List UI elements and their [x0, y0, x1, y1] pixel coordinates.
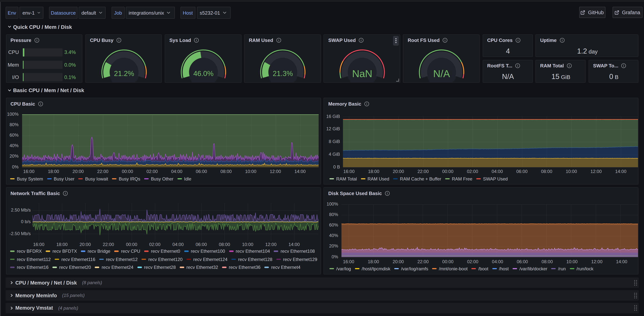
svg-text:46.0%: 46.0%: [194, 70, 214, 77]
svg-text:21.3%: 21.3%: [273, 70, 293, 77]
svg-text:N/A: N/A: [434, 68, 450, 79]
svg-text:21.2%: 21.2%: [114, 70, 134, 77]
svg-text:NaN: NaN: [352, 68, 372, 79]
